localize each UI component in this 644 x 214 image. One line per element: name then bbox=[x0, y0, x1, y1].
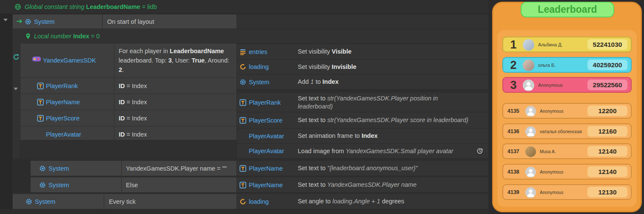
condition-object-name[interactable]: System bbox=[35, 198, 55, 205]
rank-label: 3 bbox=[506, 78, 521, 91]
action-object-name[interactable]: loading bbox=[249, 198, 298, 205]
condition-block-footer bbox=[20, 140, 237, 158]
start-event-action-area[interactable] bbox=[237, 14, 488, 29]
rank-label: 1 bbox=[506, 38, 521, 51]
leaderboard-panel: Leaderboard 1 Альбина Д. 52241030 2 ольг… bbox=[492, 2, 642, 212]
player-score: 12200 bbox=[598, 107, 616, 115]
system-icon bbox=[39, 165, 46, 172]
subevent1-condition-cell[interactable]: YandexGamesSDK.Player name = "" bbox=[122, 161, 237, 176]
tick-event-condition-cell[interactable]: Every tick bbox=[104, 194, 237, 209]
action-row-avatar-load[interactable]: PlayerAvatar Load image from YandexGames… bbox=[237, 144, 488, 159]
avatar bbox=[525, 106, 536, 117]
action-object-name[interactable]: loading bbox=[249, 63, 298, 70]
sprite-object-icon bbox=[37, 131, 44, 138]
player-score: 12140 bbox=[598, 148, 616, 155]
rank-label: 4139 bbox=[507, 189, 525, 195]
sprite-object-icon bbox=[239, 133, 246, 140]
global-variable-declaration: Global constant string LeaderboardName =… bbox=[25, 3, 157, 10]
condition-param-cell[interactable]: ID = Index bbox=[114, 78, 237, 94]
condition-object-cell[interactable]: PlayerScore bbox=[20, 110, 114, 126]
player-score: 52241030 bbox=[593, 41, 622, 49]
sprite-object-icon bbox=[239, 148, 246, 154]
expand-icon[interactable] bbox=[14, 88, 18, 90]
player-name: Anonymous bbox=[538, 83, 563, 88]
condition-object-cell[interactable]: PlayerAvatar bbox=[20, 126, 114, 142]
action-object-name[interactable]: PlayerName bbox=[249, 165, 298, 172]
start-event-object-cell[interactable]: System bbox=[13, 14, 103, 29]
avatar bbox=[525, 126, 536, 137]
condition-object-name[interactable]: YandexGamesSDK bbox=[43, 57, 96, 64]
condition-row-sdk[interactable]: YandexGamesSDK For each player in Leader… bbox=[20, 43, 237, 78]
condition-text: YandexGamesSDK.Player name = "" bbox=[126, 165, 227, 172]
action-row-anon-name[interactable]: PlayerName Set text to "{leaderboard.ano… bbox=[237, 161, 488, 176]
condition-object-name[interactable]: PlayerRank bbox=[46, 83, 78, 89]
trigger-icon bbox=[16, 18, 23, 25]
action-row-score-text[interactable]: PlayerScore Set text to str(YandexGamesS… bbox=[237, 112, 488, 128]
action-row-rank-text[interactable]: PlayerRank Set text to str(YandexGamesSD… bbox=[237, 93, 488, 112]
leaderboard-row: 1 Альбина Д. 52241030 bbox=[502, 37, 632, 52]
condition-param-cell[interactable]: ID = Index bbox=[114, 126, 237, 142]
condition-object-name[interactable]: PlayerName bbox=[46, 99, 80, 106]
action-row-player-name[interactable]: PlayerName Set text to YandexGamesSDK.Pl… bbox=[237, 177, 488, 193]
score-chip: 12140 bbox=[587, 166, 627, 177]
action-object-name[interactable]: entries bbox=[249, 49, 298, 55]
condition-object-cell[interactable]: PlayerRank bbox=[20, 78, 114, 94]
sub-event-margin bbox=[13, 160, 31, 193]
action-row-add-index[interactable]: System Add 1 to Index bbox=[237, 74, 488, 90]
loading-icon bbox=[239, 198, 246, 205]
condition-row-playeravatar[interactable]: PlayerAvatar ID = Index bbox=[20, 126, 237, 142]
text-object-icon bbox=[37, 83, 44, 89]
condition-param-cell[interactable]: For each player in LeaderboardName leade… bbox=[114, 43, 237, 77]
leaderboard-row: 4138 Anonymous 12140 bbox=[502, 164, 632, 180]
action-object-name[interactable]: PlayerName bbox=[249, 182, 298, 188]
score-chip: 29522560 bbox=[587, 80, 627, 90]
action-object-name[interactable]: PlayerRank bbox=[249, 99, 298, 106]
action-row-entries-visible[interactable]: entries Set visibility Visible bbox=[237, 44, 488, 60]
avatar bbox=[523, 60, 534, 71]
action-text: Set angle to loading.Angle + 1 degrees bbox=[298, 197, 485, 205]
subevent2-condition-cell[interactable]: Else bbox=[122, 177, 237, 193]
condition-row-playerrank[interactable]: PlayerRank ID = Index bbox=[20, 78, 237, 94]
condition-object-name[interactable]: System bbox=[48, 182, 69, 188]
condition-text: ID = Index bbox=[119, 130, 147, 139]
global-variable-row[interactable]: Global constant string LeaderboardName =… bbox=[0, 0, 488, 14]
condition-object-cell[interactable]: PlayerName bbox=[20, 94, 114, 110]
subevent1-object-cell[interactable]: System bbox=[31, 161, 122, 176]
subevent2-object-cell[interactable]: System bbox=[31, 177, 122, 193]
player-name: Anonymous bbox=[540, 108, 563, 114]
rank-label: 4136 bbox=[507, 128, 525, 134]
player-name: Musa A. bbox=[540, 149, 556, 154]
action-object-name[interactable]: PlayerAvatar bbox=[249, 133, 298, 140]
condition-object-name[interactable]: System bbox=[48, 165, 69, 172]
condition-row-playerscore[interactable]: PlayerScore ID = Index bbox=[20, 110, 237, 126]
condition-object-name[interactable]: PlayerScore bbox=[46, 115, 80, 122]
action-object-name[interactable]: PlayerScore bbox=[249, 117, 298, 124]
start-event-condition-cell[interactable]: On start of layout bbox=[103, 14, 237, 29]
tick-event-object-cell[interactable]: System bbox=[13, 194, 104, 209]
condition-param-cell[interactable]: ID = Index bbox=[114, 94, 237, 110]
condition-param-cell[interactable]: ID = Index bbox=[114, 110, 237, 126]
condition-text: Else bbox=[126, 182, 138, 188]
action-row-loading-invisible[interactable]: loading Set visibility Invisible bbox=[237, 60, 488, 74]
sdk-condition-block: YandexGamesSDK For each player in Leader… bbox=[20, 43, 237, 140]
action-row-avatar-frame[interactable]: PlayerAvatar Set animation frame to Inde… bbox=[237, 128, 488, 144]
action-text: Set text to str(YandexGamesSDK.Player sc… bbox=[298, 116, 485, 124]
local-variable-row[interactable]: Local number Index = 0 bbox=[13, 29, 488, 43]
system-icon bbox=[26, 198, 32, 205]
score-chip: 12160 bbox=[587, 126, 627, 137]
score-chip: 12130 bbox=[587, 187, 627, 197]
leaderboard-row: 2 ольга Б. 40259200 bbox=[502, 57, 632, 73]
action-object-name[interactable]: PlayerAvatar bbox=[249, 148, 298, 154]
condition-row-playername[interactable]: PlayerName ID = Index bbox=[20, 94, 237, 110]
condition-object-name[interactable]: System bbox=[34, 18, 54, 25]
local-variable-declaration: Local number Index = 0 bbox=[34, 33, 100, 40]
leaderboard-row: 4136 наталья оболенская 12160 bbox=[502, 123, 632, 139]
action-row-loading-angle[interactable]: loading Set angle to loading.Angle + 1 d… bbox=[237, 194, 488, 209]
player-score: 40259200 bbox=[593, 61, 622, 69]
action-object-name[interactable]: System bbox=[249, 79, 298, 86]
expand-icon[interactable] bbox=[3, 19, 8, 21]
rank-label: 2 bbox=[506, 58, 521, 71]
text-object-icon bbox=[37, 99, 44, 106]
condition-object-name[interactable]: PlayerAvatar bbox=[46, 131, 81, 138]
condition-object-cell[interactable]: YandexGamesSDK bbox=[20, 43, 114, 77]
